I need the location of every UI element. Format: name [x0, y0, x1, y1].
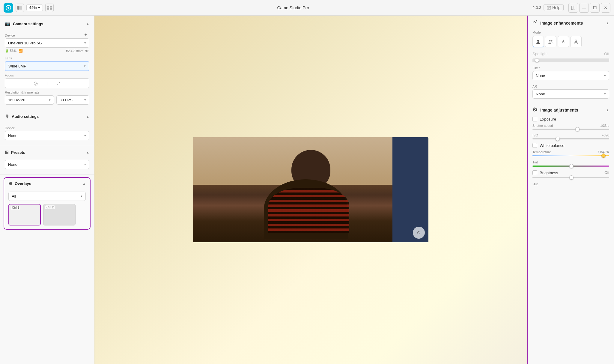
- brightness-checkbox[interactable]: [532, 170, 537, 175]
- filter-dropdown[interactable]: None ▾: [532, 71, 609, 80]
- filter-value: None: [536, 73, 545, 78]
- svg-rect-13: [574, 6, 575, 10]
- filter-dropdown-arrow-icon: ▾: [604, 74, 606, 78]
- app-version: 2.0.3: [532, 5, 541, 10]
- device-info-row: 🔋 56% 📶 f/2.4 3.8mm 70°: [5, 48, 89, 54]
- image-enhancements-header[interactable]: Image enhancements ▲: [528, 16, 614, 29]
- resolution-label: Resolution & frame rate: [5, 91, 89, 94]
- layout-toggle-btn[interactable]: [45, 4, 54, 12]
- expand-panel-btn[interactable]: [568, 3, 578, 13]
- camera-settings-title: Camera settings: [13, 22, 43, 26]
- presets-header[interactable]: ⊞ Presets ▲: [0, 147, 94, 157]
- presets-chevron: ▲: [86, 151, 89, 154]
- sidebar-toggle-btn[interactable]: [16, 4, 24, 12]
- audio-dropdown-arrow-icon: ▾: [84, 134, 86, 138]
- resolution-framerate-row: 1608x720 ▾ 30 FPS ▾: [5, 95, 89, 105]
- audio-chevron: ▲: [86, 115, 89, 118]
- presets-title: Presets: [11, 150, 25, 155]
- presets-value: None: [8, 162, 17, 167]
- white-balance-checkbox[interactable]: [532, 143, 537, 148]
- spotlight-thumb: [535, 58, 539, 62]
- audio-device-label: Device: [5, 126, 89, 130]
- overlays-icon: ⊞: [8, 181, 12, 186]
- camera-settings-chevron: ▲: [86, 22, 89, 25]
- adjustments-icon: [532, 107, 538, 113]
- device-dropdown-arrow-icon: ▾: [84, 41, 86, 45]
- overlay-thumb-1[interactable]: Ctrl 1: [8, 204, 41, 225]
- overlays-header[interactable]: ⊞ Overlays ▲: [4, 178, 90, 189]
- overlay-2-num: 2: [52, 206, 54, 209]
- zoom-arrow-icon: ▾: [38, 5, 40, 10]
- fps-dropdown[interactable]: 30 FPS ▾: [56, 95, 89, 105]
- minimize-btn[interactable]: —: [579, 3, 589, 13]
- lens-label: Lens: [5, 56, 89, 60]
- overlays-filter-dropdown[interactable]: All ▾: [8, 192, 86, 201]
- shutter-slider[interactable]: [532, 129, 609, 130]
- divider-1: [0, 110, 94, 110]
- resolution-dropdown[interactable]: 1608x720 ▾: [5, 95, 54, 105]
- image-adjustments-title: Image adjustments: [540, 108, 578, 112]
- audio-settings-header[interactable]: 🎙 Audio settings ▲: [0, 112, 94, 121]
- brightness-slider[interactable]: [532, 177, 609, 178]
- device-dropdown[interactable]: OnePlus 10 Pro 5G ▾: [5, 38, 89, 48]
- ar-dropdown[interactable]: None ▾: [532, 89, 609, 99]
- hue-label: Hue: [532, 182, 538, 186]
- window-controls: — ☐ ✕: [568, 3, 610, 13]
- spotlight-slider[interactable]: [532, 58, 609, 62]
- iso-slider[interactable]: [532, 138, 609, 139]
- spotlight-label: Spotlight: [532, 52, 548, 56]
- overlay-1-num: 1: [18, 206, 19, 209]
- fps-dropdown-arrow-icon: ▾: [84, 98, 86, 102]
- shutter-thumb: [575, 127, 580, 131]
- zoom-value: 44%: [29, 5, 37, 10]
- battery-value: 56%: [10, 49, 16, 52]
- presets-content: None ▾: [0, 157, 94, 173]
- svg-point-24: [534, 110, 535, 111]
- divider-3: [0, 175, 94, 175]
- mode-auto-btn[interactable]: [558, 36, 569, 47]
- lens-dropdown[interactable]: Wide 8MP ▾: [5, 61, 89, 71]
- mode-label: Mode: [528, 29, 614, 36]
- iso-value: +890: [602, 133, 609, 137]
- overlay-thumb-2[interactable]: Ctrl 2: [43, 204, 76, 225]
- svg-point-23: [535, 109, 536, 110]
- presets-dropdown[interactable]: None ▾: [5, 160, 89, 169]
- main-layout: 📷 Camera settings ▲ Device + OnePlus 10 …: [0, 16, 614, 364]
- tint-thumb: [569, 164, 574, 168]
- camera-settings-header[interactable]: 📷 Camera settings ▲: [0, 19, 94, 29]
- maximize-btn[interactable]: ☐: [590, 3, 600, 13]
- close-btn[interactable]: ✕: [601, 3, 610, 13]
- device-name: OnePlus 10 Pro 5G: [8, 41, 42, 45]
- temperature-slider[interactable]: [532, 155, 609, 156]
- brightness-label: Brightness: [540, 171, 602, 175]
- focus-auto-icon[interactable]: ◎: [34, 80, 38, 86]
- exposure-checkbox[interactable]: [532, 117, 537, 121]
- help-btn[interactable]: Help: [544, 4, 564, 11]
- overlay-thumbnails: Ctrl 1 Ctrl 2: [8, 204, 86, 225]
- overlay-1-ctrl-label: Ctrl: [12, 206, 17, 209]
- svg-point-1: [7, 7, 9, 9]
- svg-rect-3: [19, 6, 22, 10]
- zoom-control[interactable]: 44% ▾: [26, 4, 43, 11]
- mode-portrait-btn[interactable]: [532, 36, 544, 47]
- image-enhancements-title: Image enhancements: [540, 21, 583, 25]
- video-control-btn[interactable]: ⊙: [413, 227, 425, 239]
- presets-icon: ⊞: [5, 150, 9, 155]
- image-adjustments-header[interactable]: Image adjustments ▲: [528, 103, 614, 115]
- video-center: ⊙: [94, 16, 527, 364]
- audio-device-dropdown[interactable]: None ▾: [5, 131, 89, 140]
- divider-2: [0, 146, 94, 146]
- mode-outline-btn[interactable]: [570, 36, 582, 47]
- tint-slider[interactable]: [532, 166, 609, 167]
- audio-settings-title: Audio settings: [12, 114, 39, 119]
- right-panel: Image enhancements ▲ Mode Spotlight Off: [527, 16, 614, 364]
- focus-manual-icon[interactable]: ⇌: [57, 80, 61, 86]
- mode-buttons: [528, 36, 614, 50]
- brightness-thumb: [569, 175, 574, 180]
- ar-value: None: [536, 92, 545, 96]
- resolution-dropdown-arrow-icon: ▾: [49, 98, 51, 102]
- add-device-btn[interactable]: +: [82, 31, 89, 38]
- mode-group-btn[interactable]: [545, 36, 556, 47]
- resolution-value: 1608x720: [8, 98, 25, 102]
- titlebar: 44% ▾ Camo Studio Pro 2.0.3 Help — ☐ ✕: [0, 0, 614, 16]
